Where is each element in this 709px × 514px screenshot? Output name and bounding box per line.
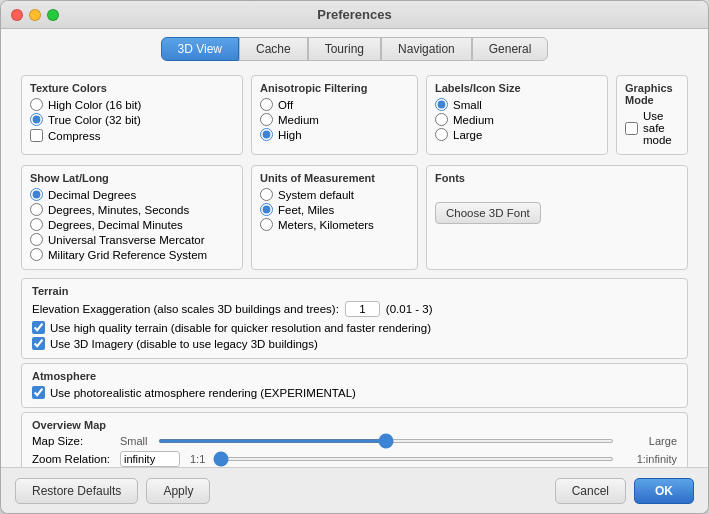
texture-colors-title: Texture Colors <box>30 82 234 94</box>
zoom-slider[interactable] <box>213 457 614 461</box>
true-color-label: True Color (32 bit) <box>48 114 141 126</box>
units-section: Units of Measurement System default Feet… <box>251 165 418 270</box>
size-medium-option[interactable]: Medium <box>435 113 599 126</box>
window-title: Preferences <box>317 7 391 22</box>
3d-imagery-option[interactable]: Use 3D Imagery (disable to use legacy 3D… <box>32 337 677 350</box>
tab-3dview[interactable]: 3D View <box>161 37 239 61</box>
dms-radio[interactable] <box>30 203 43 216</box>
map-size-large: Large <box>622 435 677 447</box>
atmosphere-option[interactable]: Use photorealistic atmosphere rendering … <box>32 386 677 399</box>
cancel-button[interactable]: Cancel <box>555 478 626 504</box>
units-title: Units of Measurement <box>260 172 409 184</box>
zoom-mid-label: 1:1 <box>190 453 205 465</box>
feet-miles-option[interactable]: Feet, Miles <box>260 203 409 216</box>
high-color-option[interactable]: High Color (16 bit) <box>30 98 234 111</box>
texture-colors-group: High Color (16 bit) True Color (32 bit) <box>30 98 234 126</box>
fonts-title: Fonts <box>435 172 465 184</box>
compress-option[interactable]: Compress <box>30 129 234 142</box>
map-size-slider[interactable] <box>158 439 614 443</box>
ddm-radio[interactable] <box>30 218 43 231</box>
compress-checkbox[interactable] <box>30 129 43 142</box>
tab-general[interactable]: General <box>472 37 549 61</box>
minimize-button[interactable] <box>29 9 41 21</box>
hq-terrain-checkbox[interactable] <box>32 321 45 334</box>
decimal-degrees-option[interactable]: Decimal Degrees <box>30 188 234 201</box>
high-color-label: High Color (16 bit) <box>48 99 141 111</box>
decimal-degrees-radio[interactable] <box>30 188 43 201</box>
content-area: Texture Colors High Color (16 bit) True … <box>1 61 708 467</box>
show-lat-long-title: Show Lat/Long <box>30 172 234 184</box>
zoom-input[interactable]: infinity <box>120 451 180 467</box>
high-color-radio[interactable] <box>30 98 43 111</box>
atmosphere-section: Atmosphere Use photorealistic atmosphere… <box>21 363 688 408</box>
close-button[interactable] <box>11 9 23 21</box>
meters-km-radio[interactable] <box>260 218 273 231</box>
aniso-high-radio[interactable] <box>260 128 273 141</box>
feet-miles-label: Feet, Miles <box>278 204 334 216</box>
safe-mode-label: Use safe mode <box>643 110 679 146</box>
utm-radio[interactable] <box>30 233 43 246</box>
terrain-section: Terrain Elevation Exaggeration (also sca… <box>21 278 688 359</box>
tab-navigation[interactable]: Navigation <box>381 37 472 61</box>
apply-button[interactable]: Apply <box>146 478 210 504</box>
system-default-radio[interactable] <box>260 188 273 201</box>
preferences-window: Preferences 3D View Cache Touring Naviga… <box>0 0 709 514</box>
meters-km-option[interactable]: Meters, Kilometers <box>260 218 409 231</box>
tab-touring[interactable]: Touring <box>308 37 381 61</box>
mgrs-label: Military Grid Reference System <box>48 249 207 261</box>
map-size-small: Small <box>120 435 150 447</box>
aniso-high-label: High <box>278 129 302 141</box>
atmosphere-title: Atmosphere <box>32 370 677 382</box>
true-color-radio[interactable] <box>30 113 43 126</box>
meters-km-label: Meters, Kilometers <box>278 219 374 231</box>
size-large-option[interactable]: Large <box>435 128 599 141</box>
aniso-medium-radio[interactable] <box>260 113 273 126</box>
tab-cache[interactable]: Cache <box>239 37 308 61</box>
system-default-label: System default <box>278 189 354 201</box>
dms-option[interactable]: Degrees, Minutes, Seconds <box>30 203 234 216</box>
mgrs-radio[interactable] <box>30 248 43 261</box>
overview-map-title: Overview Map <box>32 419 677 431</box>
aniso-high-option[interactable]: High <box>260 128 409 141</box>
graphics-mode-section: Graphics Mode Use safe mode <box>616 75 688 155</box>
zoom-end-label: 1:infinity <box>622 453 677 465</box>
mgrs-option[interactable]: Military Grid Reference System <box>30 248 234 261</box>
size-small-option[interactable]: Small <box>435 98 599 111</box>
utm-option[interactable]: Universal Transverse Mercator <box>30 233 234 246</box>
mid-row: Show Lat/Long Decimal Degrees Degrees, M… <box>17 161 692 274</box>
ddm-option[interactable]: Degrees, Decimal Minutes <box>30 218 234 231</box>
maximize-button[interactable] <box>47 9 59 21</box>
elevation-label: Elevation Exaggeration (also scales 3D b… <box>32 303 339 315</box>
anisotropic-group: Off Medium High <box>260 98 409 141</box>
size-small-radio[interactable] <box>435 98 448 111</box>
window-controls <box>11 9 59 21</box>
texture-colors-section: Texture Colors High Color (16 bit) True … <box>21 75 243 155</box>
bottom-bar: Restore Defaults Apply Cancel OK <box>1 467 708 513</box>
feet-miles-radio[interactable] <box>260 203 273 216</box>
atmosphere-checkbox[interactable] <box>32 386 45 399</box>
aniso-medium-option[interactable]: Medium <box>260 113 409 126</box>
show-lat-long-section: Show Lat/Long Decimal Degrees Degrees, M… <box>21 165 243 270</box>
elevation-input[interactable]: 1 <box>345 301 380 317</box>
size-large-radio[interactable] <box>435 128 448 141</box>
choose-font-button[interactable]: Choose 3D Font <box>435 202 541 224</box>
restore-defaults-button[interactable]: Restore Defaults <box>15 478 138 504</box>
zoom-relation-row: Zoom Relation: infinity 1:1 1:infinity <box>32 451 677 467</box>
safe-mode-option[interactable]: Use safe mode <box>625 110 679 146</box>
ok-button[interactable]: OK <box>634 478 694 504</box>
system-default-option[interactable]: System default <box>260 188 409 201</box>
aniso-off-radio[interactable] <box>260 98 273 111</box>
aniso-off-option[interactable]: Off <box>260 98 409 111</box>
graphics-mode-title: Graphics Mode <box>625 82 679 106</box>
size-medium-radio[interactable] <box>435 113 448 126</box>
map-size-row: Map Size: Small Large <box>32 435 677 447</box>
3d-imagery-checkbox[interactable] <box>32 337 45 350</box>
utm-label: Universal Transverse Mercator <box>48 234 205 246</box>
true-color-option[interactable]: True Color (32 bit) <box>30 113 234 126</box>
compress-label: Compress <box>48 130 100 142</box>
hq-terrain-option[interactable]: Use high quality terrain (disable for qu… <box>32 321 677 334</box>
safe-mode-checkbox[interactable] <box>625 122 638 135</box>
aniso-medium-label: Medium <box>278 114 319 126</box>
anisotropic-section: Anisotropic Filtering Off Medium High <box>251 75 418 155</box>
lat-long-group: Decimal Degrees Degrees, Minutes, Second… <box>30 188 234 261</box>
